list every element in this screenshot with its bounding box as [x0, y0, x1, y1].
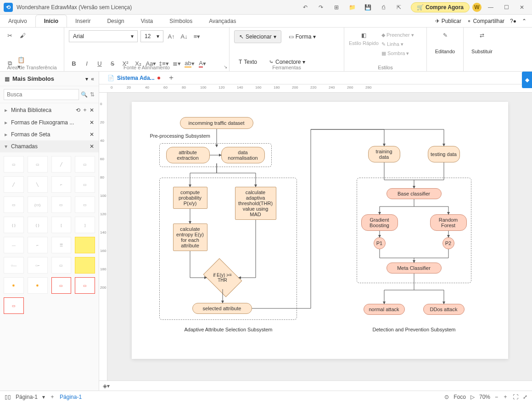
node-base-classifier[interactable]: Base classifier: [386, 188, 442, 199]
decrease-font-icon[interactable]: A↓: [179, 31, 189, 41]
play-icon[interactable]: ▷: [470, 394, 475, 400]
lib-flowchart[interactable]: ▸Formas de Fluxograma ...✕: [0, 117, 99, 129]
menu-design[interactable]: Design: [99, 15, 132, 27]
shape-thumb[interactable]: ╱: [51, 156, 72, 173]
shape-thumb[interactable]: { }: [4, 217, 24, 233]
chevron-down-icon[interactable]: ▾: [85, 76, 88, 82]
document-tab[interactable]: 📄 Sistema Ada...: [103, 73, 165, 83]
menu-arquivo[interactable]: Arquivo: [0, 15, 35, 27]
node-threshold[interactable]: calculate adaptiva threshold(THR) value …: [235, 187, 276, 220]
shape-thumb[interactable]: ⌐: [28, 237, 48, 253]
chevron-up-icon[interactable]: ⌃: [522, 18, 526, 24]
undo-icon[interactable]: ↶: [299, 2, 312, 13]
shape-thumb[interactable]: ▭: [28, 156, 48, 173]
focus-label[interactable]: Foco: [454, 394, 466, 400]
line-button[interactable]: ✎ Linha ▾: [381, 39, 414, 49]
node-p2[interactable]: P2: [442, 237, 454, 249]
shape-thumb[interactable]: ]: [75, 217, 95, 233]
increase-font-icon[interactable]: A↑: [166, 31, 176, 41]
eyedropper-icon[interactable]: ◈▾: [103, 383, 110, 389]
node-ddos-attack[interactable]: DDos attack: [423, 304, 465, 315]
shape-thumb[interactable]: ☰: [51, 237, 72, 253]
node-attr-extract[interactable]: attribute extraction: [166, 147, 210, 163]
shape-thumb[interactable]: (▭): [28, 196, 48, 213]
select-tool-button[interactable]: ↖ Selecionar ▾: [234, 30, 281, 43]
menu-avancadas[interactable]: Avançadas: [201, 15, 244, 27]
format-painter-icon[interactable]: 🖌: [17, 30, 28, 40]
shape-thumb[interactable]: ╲: [28, 176, 48, 193]
new-icon[interactable]: ⊞: [330, 2, 343, 13]
node-training[interactable]: training data: [368, 146, 400, 162]
node-incoming[interactable]: incomming traffic dataset: [180, 117, 253, 129]
node-gboost[interactable]: Gradient Boosting: [361, 214, 398, 231]
shape-thumb[interactable]: [75, 257, 95, 274]
node-rforest[interactable]: Random Forest: [430, 214, 467, 231]
shape-thumb[interactable]: ▭: [4, 297, 24, 314]
editing-icon[interactable]: ✎: [440, 30, 450, 40]
canvas[interactable]: Pre-processing Subsystem Adaptive Attrib…: [107, 93, 532, 380]
redo-icon[interactable]: ↷: [314, 2, 327, 13]
font-size-select[interactable]: 12▾: [140, 30, 163, 42]
diagram-page[interactable]: Pre-processing Subsystem Adaptive Attrib…: [132, 102, 508, 359]
save-icon[interactable]: 💾: [361, 2, 374, 13]
lib-my-library[interactable]: ▸Minha Biblioteca⟲＋✕: [0, 103, 99, 117]
refresh-icon[interactable]: ⟲: [76, 107, 80, 113]
maximize-icon[interactable]: ☐: [500, 2, 513, 13]
replace-icon[interactable]: ⇄: [477, 30, 487, 40]
shape-thumb[interactable]: ▭: [75, 196, 95, 213]
node-p1[interactable]: P1: [374, 237, 386, 249]
open-icon[interactable]: 📁: [346, 2, 358, 13]
filter-icon[interactable]: ⇅: [90, 89, 95, 100]
shape-thumb[interactable]: { }: [28, 217, 48, 233]
w-badge-icon[interactable]: W: [472, 3, 482, 12]
shape-thumb[interactable]: ▭: [75, 156, 95, 173]
shape-thumb[interactable]: ▭: [75, 277, 95, 294]
more-symbols-label[interactable]: Mais Símbolos: [12, 75, 83, 82]
editing-label[interactable]: Editando: [435, 49, 455, 54]
fit-page-icon[interactable]: ⛶: [513, 394, 518, 400]
outline-toggle-icon[interactable]: ▯▯: [5, 394, 11, 400]
shape-thumb[interactable]: ▭: [51, 277, 72, 294]
lib-callouts[interactable]: ▾Chamadas✕: [0, 140, 99, 152]
close-lib-icon[interactable]: ✕: [90, 131, 94, 138]
shape-thumb[interactable]: ○⌐: [28, 257, 48, 274]
page-menu-icon[interactable]: ▾: [42, 394, 45, 400]
help-icon[interactable]: ?●: [510, 18, 516, 24]
node-data-norm[interactable]: data normalisation: [221, 147, 265, 163]
page-label[interactable]: Página-1: [16, 394, 38, 400]
shape-thumb[interactable]: ✹: [28, 277, 48, 294]
shape-thumb[interactable]: [: [51, 217, 72, 233]
node-entropy[interactable]: calculate entropy E(y) for each attribut…: [173, 224, 207, 251]
minimize-icon[interactable]: —: [484, 2, 497, 13]
align-icon[interactable]: ≡▾: [192, 31, 202, 41]
new-tab-button[interactable]: ＋: [168, 73, 175, 83]
quick-style-icon[interactable]: ◧: [358, 30, 369, 40]
close-icon[interactable]: ✕: [515, 2, 528, 13]
lib-arrows[interactable]: ▸Formas de Seta✕: [0, 129, 99, 140]
zoom-out-icon[interactable]: −: [495, 394, 498, 400]
zoom-in-icon[interactable]: ＋: [503, 393, 508, 401]
menu-inicio[interactable]: Início: [35, 15, 67, 27]
node-meta-classifier[interactable]: Meta Classifier: [386, 263, 442, 274]
font-name-select[interactable]: Arial▾: [69, 30, 138, 42]
menu-vista[interactable]: Vista: [133, 15, 161, 27]
focus-icon[interactable]: ⊙: [444, 394, 449, 400]
add-icon[interactable]: ＋: [82, 106, 88, 114]
shape-thumb[interactable]: ▭: [75, 176, 95, 193]
shape-thumb[interactable]: ╱: [4, 176, 24, 193]
shape-thumb[interactable]: ▭: [4, 156, 24, 173]
print-icon[interactable]: ⎙: [377, 2, 390, 13]
font-dialog-icon[interactable]: ↘: [224, 64, 227, 69]
menu-inserir[interactable]: Inserir: [67, 15, 99, 27]
shape-thumb[interactable]: ▭: [51, 196, 72, 213]
share-button[interactable]: ⚬ Compartilhar: [467, 18, 504, 24]
export-icon[interactable]: ⇱: [392, 2, 405, 13]
replace-label[interactable]: Substituir: [471, 49, 493, 54]
fullscreen-icon[interactable]: ⤢: [523, 394, 527, 400]
fill-button[interactable]: ◆ Preencher ▾: [381, 30, 414, 39]
node-decision[interactable]: if E(y) >= THR: [207, 266, 239, 289]
buy-button[interactable]: 🛒 Compre Agora: [411, 2, 470, 12]
shape-tool-button[interactable]: ▭ Forma ▾: [284, 30, 321, 43]
shape-thumb[interactable]: [75, 237, 95, 253]
close-lib-icon[interactable]: ✕: [90, 119, 94, 126]
